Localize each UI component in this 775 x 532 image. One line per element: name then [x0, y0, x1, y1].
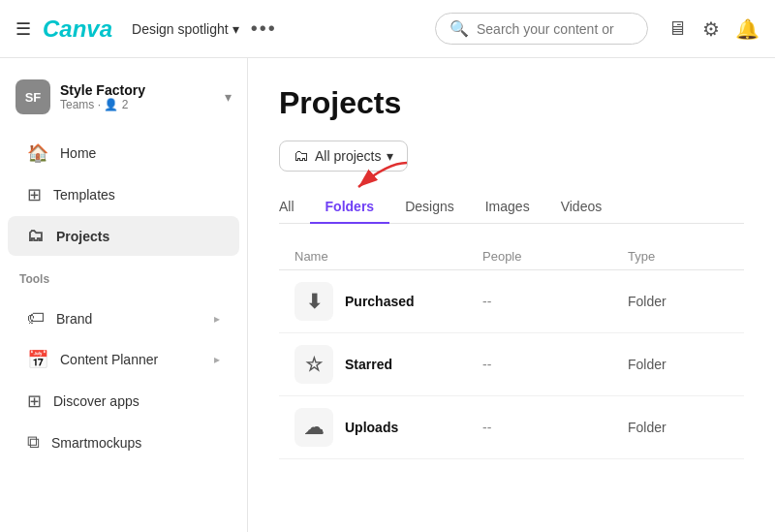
templates-icon: ⊞	[27, 184, 42, 205]
tools-nav: 🏷 Brand ▸ 📅 Content Planner ▸ ⊞ Discover…	[0, 290, 247, 471]
row-people: --	[482, 357, 628, 372]
table-row[interactable]: ☁ Uploads -- Folder	[279, 396, 744, 459]
col-header-type: Type	[628, 249, 744, 264]
sidebar-item-home[interactable]: 🏠 Home	[8, 133, 239, 173]
smartmockups-icon: ⧉	[27, 432, 40, 453]
row-type: Folder	[628, 420, 744, 435]
table-row[interactable]: ☆ Starred -- Folder	[279, 333, 744, 396]
row-name-cell: ☆ Starred	[294, 345, 482, 384]
col-header-people: People	[482, 249, 628, 264]
starred-icon: ☆	[294, 345, 333, 384]
sidebar-item-label: Content Planner	[60, 352, 158, 367]
discover-apps-icon: ⊞	[27, 391, 42, 412]
bell-icon[interactable]: 🔔	[735, 17, 760, 41]
uploads-icon: ☁	[294, 408, 333, 447]
purchased-icon: ⬇	[294, 282, 333, 321]
profile-info: Style Factory Teams · 👤 2	[60, 82, 215, 111]
row-name: Uploads	[345, 420, 398, 435]
sidebar-nav: 🏠 Home ⊞ Templates 🗂 Projects	[0, 124, 247, 265]
main-content: Projects 🗂 All projects ▾ All Folders	[248, 58, 775, 532]
tab-videos[interactable]: Videos	[545, 191, 618, 224]
sidebar-item-templates[interactable]: ⊞ Templates	[8, 174, 239, 215]
tab-all[interactable]: All	[279, 191, 310, 224]
sidebar-item-label: Discover apps	[53, 393, 140, 409]
top-navigation: ☰ Canva Design spotlight ▾ ••• 🔍 🖥 ⚙ 🔔	[0, 0, 775, 58]
avatar: SF	[16, 79, 50, 114]
sidebar-item-smartmockups[interactable]: ⧉ Smartmockups	[8, 422, 239, 462]
settings-icon[interactable]: ⚙	[702, 17, 720, 41]
row-name-cell: ☁ Uploads	[294, 408, 482, 447]
profile-chevron-icon: ▾	[225, 89, 232, 105]
row-name-cell: ⬇ Purchased	[294, 282, 482, 321]
brand-icon: 🏷	[27, 308, 45, 329]
monitor-icon[interactable]: 🖥	[667, 17, 687, 40]
filter-label: All projects	[315, 148, 381, 164]
sidebar-item-label: Projects	[56, 229, 109, 244]
projects-icon: 🗂	[27, 226, 45, 246]
tab-folders[interactable]: Folders	[310, 191, 390, 224]
profile-name: Style Factory	[60, 82, 215, 98]
all-projects-filter-button[interactable]: 🗂 All projects ▾	[279, 141, 408, 172]
page-title: Projects	[279, 85, 744, 121]
search-input[interactable]	[477, 21, 634, 37]
sidebar-item-label: Home	[60, 145, 96, 161]
tab-designs[interactable]: Designs	[389, 191, 470, 224]
brand-arrow-icon: ▸	[214, 312, 220, 326]
table-row[interactable]: ⬇ Purchased -- Folder	[279, 270, 744, 333]
search-bar[interactable]: 🔍	[435, 13, 648, 45]
profile-switcher[interactable]: SF Style Factory Teams · 👤 2 ▾	[0, 70, 247, 124]
sidebar-item-discover-apps[interactable]: ⊞ Discover apps	[8, 381, 239, 422]
sidebar-item-label: Smartmockups	[51, 435, 141, 451]
hamburger-icon[interactable]: ☰	[16, 18, 31, 40]
sidebar-item-brand[interactable]: 🏷 Brand ▸	[8, 298, 239, 338]
content-planner-icon: 📅	[27, 349, 48, 370]
more-options-button[interactable]: •••	[251, 17, 277, 40]
content-planner-arrow-icon: ▸	[214, 353, 220, 366]
sidebar-item-content-planner[interactable]: 📅 Content Planner ▸	[8, 339, 239, 380]
table-header: Name People Type	[279, 243, 744, 270]
projects-filter: 🗂 All projects ▾	[279, 141, 744, 172]
home-icon: 🏠	[27, 142, 48, 164]
sidebar: SF Style Factory Teams · 👤 2 ▾ 🏠 Home ⊞ …	[0, 58, 248, 532]
design-spotlight-label: Design spotlight	[132, 21, 229, 37]
tabs-bar: All Folders Designs Images Videos	[279, 191, 744, 224]
sidebar-item-projects[interactable]: 🗂 Projects	[8, 216, 239, 256]
logo[interactable]: Canva	[43, 16, 112, 43]
chevron-down-icon: ▾	[232, 21, 239, 37]
row-people: --	[482, 420, 628, 435]
col-header-name: Name	[294, 249, 482, 264]
row-type: Folder	[628, 294, 744, 309]
tab-images[interactable]: Images	[470, 191, 545, 224]
row-name: Purchased	[345, 294, 415, 309]
tools-section-label: Tools	[0, 265, 247, 290]
row-name: Starred	[345, 357, 392, 372]
page-layout: SF Style Factory Teams · 👤 2 ▾ 🏠 Home ⊞ …	[0, 58, 775, 532]
profile-sub: Teams · 👤 2	[60, 98, 215, 111]
search-icon: 🔍	[450, 19, 469, 38]
row-type: Folder	[628, 357, 744, 372]
design-spotlight-menu[interactable]: Design spotlight ▾	[132, 21, 239, 37]
row-people: --	[482, 294, 628, 309]
filter-chevron-icon: ▾	[387, 148, 393, 164]
folder-filter-icon: 🗂	[294, 147, 309, 165]
sidebar-item-label: Brand	[56, 311, 92, 327]
nav-icons: 🖥 ⚙ 🔔	[667, 17, 760, 41]
sidebar-item-label: Templates	[53, 187, 115, 203]
